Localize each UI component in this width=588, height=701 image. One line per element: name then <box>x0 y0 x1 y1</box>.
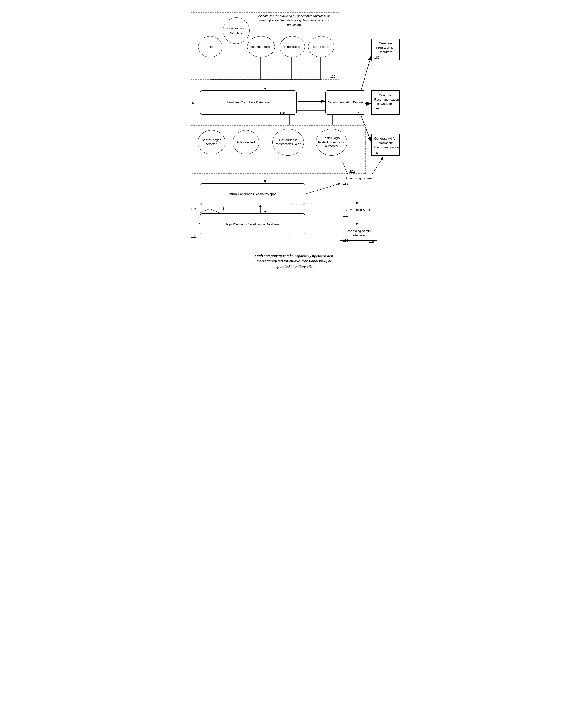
note-text: All data can be explicit (i.e., designat… <box>253 14 335 27</box>
advertising-admin-box: Advertising Admin/ Interface 153 <box>340 226 377 241</box>
ref-100: 100 <box>191 234 197 238</box>
ref-120: 120 <box>330 75 336 78</box>
svg-line-14 <box>359 111 371 142</box>
content-boards-ellipse: content boards <box>247 36 275 57</box>
ref-180: 180 <box>374 55 380 60</box>
authors-ellipse: authors <box>198 36 222 57</box>
posts-read-ellipse: Posts/Blogs/ Pods/Articles Read <box>272 129 304 156</box>
ref-160: 160 <box>374 151 380 155</box>
ref-115: 115 <box>354 111 360 114</box>
advertising-stock-box: Advertising Stock 152 <box>340 205 377 222</box>
ref-145: 145 <box>191 207 196 211</box>
ref-151: 151 <box>343 182 348 186</box>
svg-line-29 <box>305 183 341 194</box>
search-pages-ellipse: Search pages selected <box>198 130 225 154</box>
ref-152: 152 <box>343 213 348 217</box>
ref-170: 170 <box>374 107 380 111</box>
posts-authored-ellipse: Posts/Blogs/ Pods/Articles Talks authore… <box>316 129 347 156</box>
generate-prediction-box: Generate Prediction for User/Item 180 <box>371 39 400 60</box>
diagram-caption: Each component can be separately operate… <box>186 253 402 269</box>
rss-feeds-ellipse: RSS Feeds <box>308 36 334 57</box>
generate-ad-box: Generate Ad for Prediction/ Recommendati… <box>371 134 400 156</box>
ref-110: 110 <box>280 111 285 114</box>
ref-140: 140 <box>289 232 295 236</box>
generate-recommendation-box: Generate Recommendation for User/Item 17… <box>371 90 400 114</box>
ads-selected-ellipse: Ads selected <box>233 130 259 154</box>
blogs-sites-ellipse: Blogs/Sites <box>280 36 305 57</box>
social-network-ellipse: social network contacts <box>223 17 250 44</box>
nlc-mapper-box: Natural Language Classifier/Mapper <box>200 183 305 205</box>
advertising-engine-box: Advertising Engine 151 <box>340 174 377 194</box>
ref-130: 130 <box>289 202 295 206</box>
ref-153: 153 <box>343 238 348 243</box>
topic-concept-box: Topic/Concept Classification Database <box>200 213 305 235</box>
